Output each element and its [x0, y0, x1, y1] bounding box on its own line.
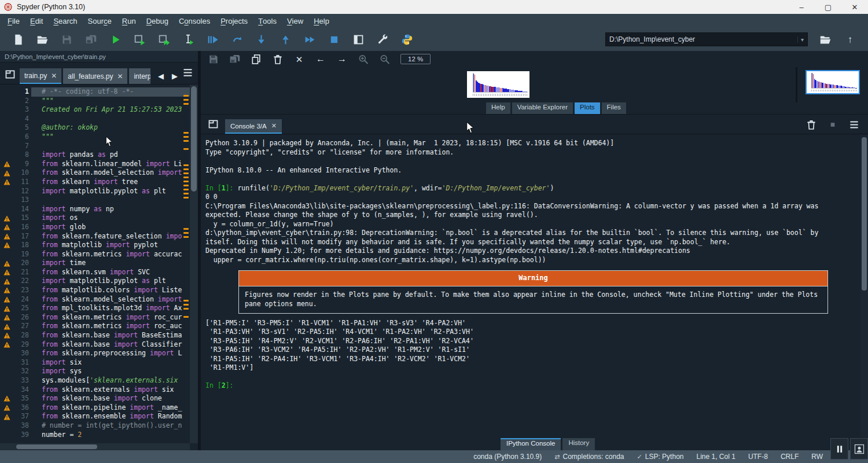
console-line: y = column_or_1d(y, warn=True)	[205, 220, 868, 229]
gutter-cell	[0, 250, 14, 259]
minimize-icon[interactable]: –	[788, 0, 815, 14]
menu-projects[interactable]: Projects	[215, 14, 253, 28]
console-tab[interactable]: Console 3/A ✕	[225, 119, 282, 134]
trash-button[interactable]	[272, 53, 284, 65]
close-all-button[interactable]: ✕	[293, 53, 305, 65]
close-icon[interactable]: ✕	[51, 72, 57, 80]
editor-options-menu-icon[interactable]	[182, 65, 194, 79]
save-button[interactable]	[208, 53, 219, 65]
open-folder-button[interactable]	[35, 32, 49, 46]
step-return-button[interactable]	[278, 32, 292, 46]
line-number: 37	[14, 412, 31, 421]
scrollbar-warning-mark	[183, 236, 189, 238]
console-line: ['R1-PM5:I' 'R3-PM5:I' 'R1-VCM1' 'R1-PA1…	[205, 319, 868, 328]
close-icon[interactable]: ✕	[271, 122, 277, 130]
run-selection-button[interactable]	[181, 32, 195, 46]
menu-consoles[interactable]: Consoles	[174, 14, 215, 28]
continue-button[interactable]	[303, 32, 317, 46]
zoom-in-button[interactable]	[358, 53, 369, 65]
editor-tab-all_features-py[interactable]: all_features.py✕	[63, 68, 127, 84]
console-line: expected. Please change the shape of y t…	[205, 211, 868, 220]
code-editor[interactable]: 1# -*- coding: utf-8 -*-2"""3Created on …	[0, 84, 198, 450]
stop-button[interactable]	[327, 32, 341, 46]
editor-vertical-scrollbar[interactable]	[190, 84, 198, 443]
save-all-button[interactable]	[229, 53, 241, 65]
maximize-pane-button[interactable]	[351, 32, 365, 46]
mouse-pointer	[465, 122, 476, 134]
code-line: 2"""	[0, 97, 190, 106]
plot-thumbnail-selected[interactable]	[806, 70, 860, 94]
pane-tab-files[interactable]: Files	[602, 102, 626, 114]
bottom-tab-ipython-console[interactable]: IPython Console	[501, 438, 561, 450]
debug-file-button[interactable]	[205, 32, 219, 46]
menu-search[interactable]: Search	[48, 14, 82, 28]
zoom-out-button[interactable]	[379, 53, 391, 65]
editor-tab-interpolation[interactable]: interpolation	[129, 68, 150, 84]
arrow-left-button[interactable]: ←	[315, 53, 326, 65]
console-tabbar: Console 3/A ✕	[201, 115, 868, 134]
menu-source[interactable]: Source	[83, 14, 117, 28]
browse-tabs-icon[interactable]	[3, 67, 17, 82]
line-number: 12	[14, 187, 31, 196]
editor-horizontal-scrollbar[interactable]	[0, 443, 190, 450]
bottom-tab-history[interactable]: History	[562, 438, 595, 450]
pause-button[interactable]	[830, 438, 848, 460]
run-cell-advance-button[interactable]	[157, 32, 171, 46]
console-scrollbar[interactable]	[860, 135, 868, 438]
titlebar: Spyder (Python 3.10) – ▢ ✕	[0, 0, 868, 14]
step-into-button[interactable]	[254, 32, 268, 46]
run-button[interactable]	[108, 32, 122, 46]
save-button[interactable]	[60, 32, 73, 46]
close-icon[interactable]: ✕	[841, 0, 868, 14]
console-output[interactable]: Python 3.10.9 | packaged by Anaconda, In…	[201, 134, 868, 450]
user-button[interactable]	[850, 438, 868, 460]
save-all-button[interactable]	[84, 32, 98, 46]
python-path-button[interactable]	[400, 32, 414, 46]
menu-tools[interactable]: Tools	[253, 14, 282, 28]
pane-tab-plots[interactable]: Plots	[575, 102, 600, 114]
pane-tab-variable-explorer[interactable]: Variable Explorer	[512, 102, 573, 114]
menu-view[interactable]: View	[282, 14, 308, 28]
menu-file[interactable]: File	[2, 14, 25, 28]
line-number: 35	[14, 394, 31, 403]
code-line: 26from sklearn.metrics import roc_cur	[0, 313, 190, 322]
warning-icon	[0, 223, 14, 232]
pane-tab-help[interactable]: Help	[486, 102, 510, 114]
parent-directory-button[interactable]: ↑	[843, 32, 857, 46]
console-line: IPython 8.10.0 -- An enhanced Interactiv…	[205, 166, 868, 175]
plot-figure	[467, 71, 529, 98]
plot-view[interactable]	[201, 67, 796, 102]
tab-scroll-left-icon[interactable]: ◀	[154, 72, 168, 80]
close-icon[interactable]: ✕	[117, 72, 123, 80]
editor-tab-train-py[interactable]: train.py✕	[20, 68, 61, 84]
scrollbar-warning-mark	[183, 140, 189, 142]
step-run-button[interactable]	[230, 32, 244, 46]
status-utf-8: UTF-8	[748, 453, 768, 461]
trash-button[interactable]	[806, 119, 817, 130]
console-line: Type "copyright", "credits" or "license"…	[205, 148, 868, 157]
run-cell-button[interactable]	[133, 32, 146, 46]
working-directory-combobox[interactable]: D:\Python_Imp\event_cyber ▾	[605, 32, 808, 46]
chevron-down-icon[interactable]: ▾	[797, 36, 804, 43]
hamburger-button[interactable]	[848, 119, 860, 130]
line-number: 23	[14, 286, 31, 295]
restore-icon[interactable]: ▢	[815, 0, 841, 14]
new-file-button[interactable]	[11, 32, 25, 46]
warning-icon	[0, 295, 14, 304]
scrollbar-warning-mark	[183, 232, 189, 234]
arrow-right-button[interactable]: →	[336, 53, 348, 65]
gutter-cell	[0, 376, 14, 385]
menu-run[interactable]: Run	[117, 14, 141, 28]
square-dim-button[interactable]	[827, 119, 838, 130]
warning-icon	[0, 412, 14, 421]
browse-directory-button[interactable]	[818, 32, 832, 46]
copy-button[interactable]	[251, 53, 262, 65]
menu-edit[interactable]: Edit	[25, 14, 48, 28]
preferences-button[interactable]	[376, 32, 389, 46]
console-line: d:\python_imp\event_cyber\train.py:98: D…	[205, 229, 868, 238]
scrollbar-warning-mark	[183, 148, 189, 150]
menu-help[interactable]: Help	[308, 14, 334, 28]
browse-tabs-icon[interactable]	[205, 116, 220, 131]
menu-debug[interactable]: Debug	[141, 14, 174, 28]
tab-scroll-right-icon[interactable]: ▶	[168, 72, 182, 80]
